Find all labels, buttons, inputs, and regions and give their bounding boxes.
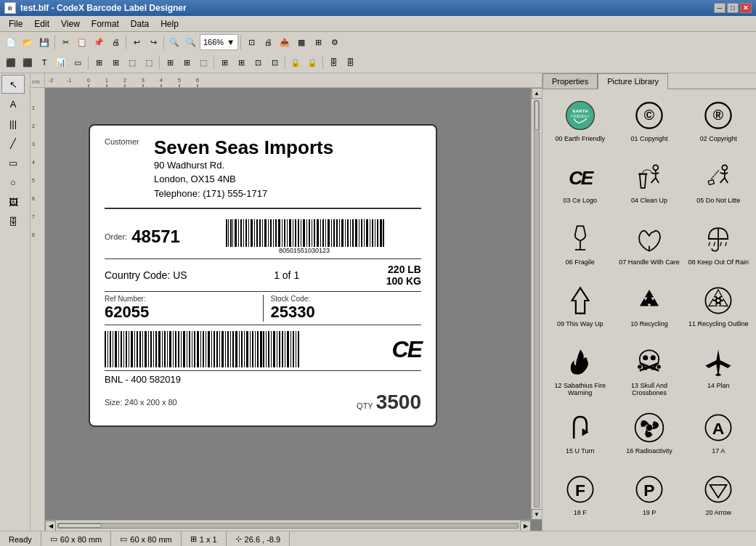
print-button[interactable]: 🖨	[260, 34, 276, 50]
lock2-button[interactable]: 🔒	[304, 54, 320, 70]
tb-btn-12[interactable]: ⬚	[195, 54, 211, 70]
tb-btn-6[interactable]: ⊞	[91, 54, 107, 70]
copyright-r-label: 02 Copyright	[700, 135, 737, 143]
zoom-out-button[interactable]: 🔍	[166, 34, 182, 50]
lock-button[interactable]: 🔒	[288, 54, 304, 70]
select-tool[interactable]: ↖	[1, 75, 25, 94]
grid-button[interactable]: ⊞	[310, 34, 326, 50]
tb-btn-8[interactable]: ⬚	[124, 54, 140, 70]
library-item-this-way-up[interactable]: 09 This Way Up	[545, 277, 614, 339]
library-item-recycle[interactable]: 10 Recycling	[614, 277, 683, 339]
clean-up-label: 04 Clean Up	[631, 197, 667, 205]
line-tool[interactable]: ╱	[1, 134, 25, 152]
menu-view[interactable]: View	[55, 17, 86, 30]
menu-help[interactable]: Help	[155, 17, 184, 30]
minimize-button[interactable]: ─	[714, 3, 725, 13]
canvas-vscroll[interactable]: ▲ ▼	[531, 88, 542, 520]
library-item-copyright-c[interactable]: © 01 Copyright	[614, 92, 683, 154]
circle-tool[interactable]: ○	[1, 173, 25, 192]
zoom-dropdown[interactable]: 166% ▼	[200, 34, 238, 50]
tb-btn-9[interactable]: ⬚	[141, 54, 157, 70]
library-item-handle[interactable]: 07 Handle With Care	[614, 216, 683, 277]
library-item-clean-up[interactable]: 04 Clean Up	[614, 154, 683, 216]
library-item-letter-p[interactable]: P 19 P	[614, 466, 683, 528]
tb-btn-16[interactable]: ⊡	[267, 54, 283, 70]
svg-rect-27	[230, 219, 232, 247]
scroll-left-button[interactable]: ◀	[45, 521, 56, 531]
text-tool-button[interactable]: T	[36, 54, 52, 70]
tb-btn-13[interactable]: ⊞	[216, 54, 232, 70]
tb-btn-11[interactable]: ⊞	[179, 54, 195, 70]
vscroll-track[interactable]	[534, 100, 540, 508]
rect-tool[interactable]: ▭	[1, 153, 25, 172]
barcode-tool[interactable]: |||	[1, 114, 25, 133]
svg-rect-41	[268, 219, 269, 247]
library-item-ce[interactable]: CE 03 Ce Logo	[545, 154, 614, 216]
menu-format[interactable]: Format	[86, 17, 125, 30]
redo-button[interactable]: ↪	[145, 34, 161, 50]
scroll-down-button[interactable]: ▼	[532, 509, 542, 520]
canvas-area[interactable]: cm -2 -1 0 1 2 3 4 5 6	[31, 73, 542, 531]
close-button[interactable]: ✕	[740, 3, 752, 13]
tab-properties[interactable]: Properties	[542, 73, 598, 89]
chart-button[interactable]: 📊	[53, 54, 69, 70]
library-item-skull[interactable]: 13 Skull And Crossbones	[614, 339, 683, 405]
restore-button[interactable]: □	[727, 3, 739, 13]
print-preview-button[interactable]: 🖨	[107, 34, 123, 50]
library-item-arrow-down[interactable]: 20 Arrow	[684, 466, 753, 528]
scroll-thumb[interactable]	[58, 523, 102, 528]
tb-btn-14[interactable]: ⊞	[233, 54, 249, 70]
tb-btn-7[interactable]: ⊞	[107, 54, 123, 70]
save-button[interactable]: 💾	[36, 34, 52, 50]
scroll-track[interactable]	[57, 523, 519, 529]
cut-button[interactable]: ✂	[57, 34, 73, 50]
label-canvas[interactable]: Customer Seven Seas Imports 90 Wadhurst …	[89, 124, 437, 427]
menu-edit[interactable]: Edit	[28, 17, 55, 30]
tb-btn-10[interactable]: ⊞	[162, 54, 178, 70]
vscroll-thumb[interactable]	[535, 101, 539, 130]
library-item-uturn[interactable]: 15 U Turn	[545, 404, 614, 466]
canvas-hscroll[interactable]: ◀ ▶	[45, 520, 531, 531]
fit-button[interactable]: ⊡	[243, 34, 259, 50]
library-item-fragile[interactable]: 06 Fragile	[545, 216, 614, 277]
db-field-tool[interactable]: 🗄	[1, 212, 25, 231]
library-item-letter-a[interactable]: A 17 A	[684, 404, 753, 466]
svg-rect-143	[266, 331, 267, 367]
settings-button[interactable]: ⚙	[327, 34, 343, 50]
new-button[interactable]: 📄	[3, 34, 19, 50]
tab-picture-library[interactable]: Picture Library	[598, 73, 668, 89]
library-item-copyright-r[interactable]: ® 02 Copyright	[684, 92, 753, 154]
db-button[interactable]: 🗄	[325, 54, 341, 70]
svg-text:©: ©	[644, 107, 654, 123]
menu-data[interactable]: Data	[125, 17, 155, 30]
shape-button[interactable]: ▭	[70, 54, 86, 70]
align-center-button[interactable]: ⬛	[20, 54, 36, 70]
scroll-right-button[interactable]: ▶	[520, 521, 531, 531]
image-tool[interactable]: 🖼	[1, 192, 25, 211]
menu-file[interactable]: File	[3, 17, 28, 30]
text-tool[interactable]: A	[1, 94, 25, 113]
library-item-earth-friendly[interactable]: EARTH FRIENDLY 00 Earth Friendly	[545, 92, 614, 154]
library-item-letter-f[interactable]: F 18 F	[545, 466, 614, 528]
barcode-svg	[224, 219, 384, 247]
library-item-recycle-outline[interactable]: 11 Recycling Outline	[684, 277, 753, 339]
ce-logo: CE	[392, 336, 421, 363]
export-button[interactable]: 📤	[277, 34, 293, 50]
zoom-in-button[interactable]: 🔍	[183, 34, 199, 50]
library-item-fire[interactable]: 12 Sabathius Fire Warning	[545, 339, 614, 405]
barcode-button[interactable]: ▦	[293, 34, 309, 50]
tb-btn-15[interactable]: ⊡	[250, 54, 266, 70]
library-item-radioactive[interactable]: 16 Radioactivity	[614, 404, 683, 466]
align-left-button[interactable]: ⬛	[3, 54, 19, 70]
library-item-keep-dry[interactable]: 08 Keep Out Of Rain	[684, 216, 753, 277]
copy-button[interactable]: 📋	[74, 34, 90, 50]
db2-button[interactable]: 🗄	[342, 54, 358, 70]
library-item-do-not-litter[interactable]: 05 Do Not Litte	[684, 154, 753, 216]
library-item-plane[interactable]: 14 Plan	[684, 339, 753, 405]
undo-button[interactable]: ↩	[129, 34, 145, 50]
scroll-up-button[interactable]: ▲	[532, 88, 542, 99]
zoom-dropdown-arrow[interactable]: ▼	[227, 38, 235, 46]
paste-button[interactable]: 📌	[91, 34, 107, 50]
open-button[interactable]: 📂	[20, 34, 36, 50]
label-ref-row: Ref Number: 62055 Stock Code: 25330	[105, 292, 421, 325]
